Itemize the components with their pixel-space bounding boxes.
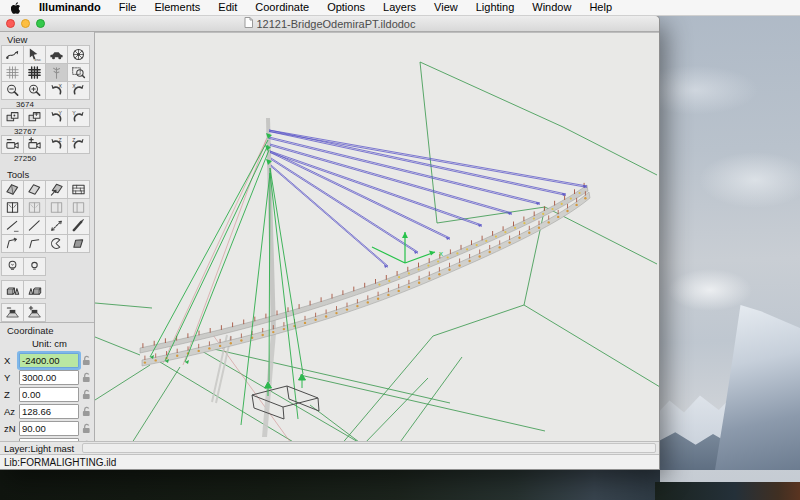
- wallpaper-forest-strip: [0, 470, 660, 500]
- line-icon[interactable]: [23, 216, 46, 235]
- lock-open-icon[interactable]: [82, 355, 91, 366]
- coord-label-Y: Y: [4, 372, 19, 383]
- axis-indicator: x: [372, 232, 443, 263]
- menu-layers[interactable]: Layers: [374, 0, 425, 15]
- menu-help[interactable]: Help: [580, 0, 621, 15]
- pane-dim-icon[interactable]: [23, 198, 46, 217]
- globe-target-icon[interactable]: [67, 45, 90, 64]
- coord-row-X: X: [4, 353, 91, 368]
- lamp-small-icon[interactable]: [23, 257, 46, 276]
- solid-icon[interactable]: [1, 280, 24, 299]
- title-bar[interactable]: 12121-BridgeOdemiraPT.ildodoc: [0, 16, 659, 32]
- rotate-x-cw-icon[interactable]: X: [67, 81, 90, 100]
- surface-plain-icon[interactable]: [23, 180, 46, 199]
- rotate-y-ccw-icon[interactable]: Y: [45, 108, 68, 127]
- walkthrough-icon[interactable]: [1, 45, 24, 64]
- menu-window[interactable]: Window: [523, 0, 580, 15]
- document-proxy-icon[interactable]: [244, 17, 253, 30]
- tools-palette: Tools: [0, 167, 94, 322]
- menu-edit[interactable]: Edit: [209, 0, 246, 15]
- polygon-icon[interactable]: [67, 234, 90, 253]
- solid-alt-icon[interactable]: [23, 280, 46, 299]
- surface-icon[interactable]: [1, 180, 24, 199]
- bridge-deck-near-rail: [142, 192, 590, 366]
- coord-input-X[interactable]: [19, 353, 79, 368]
- menu-file[interactable]: File: [110, 0, 146, 15]
- unit-label: Unit: cm: [0, 337, 94, 351]
- svg-text:Z: Z: [59, 137, 62, 143]
- arc-icon[interactable]: [45, 234, 68, 253]
- menu-elements[interactable]: Elements: [145, 0, 209, 15]
- pen-icon[interactable]: [67, 216, 90, 235]
- view-copy-icon[interactable]: [1, 108, 24, 127]
- stay-cables-green: [150, 140, 303, 425]
- grid-table-icon[interactable]: [67, 180, 90, 199]
- coord-input-zN[interactable]: [19, 421, 79, 436]
- rotate-y-cw-icon[interactable]: Y: [67, 108, 90, 127]
- coord-label-zN: zN: [4, 423, 19, 434]
- pane-left-icon[interactable]: [67, 198, 90, 217]
- lock-open-icon[interactable]: [82, 372, 91, 383]
- menu-lighting[interactable]: Lighting: [467, 0, 524, 15]
- coord-row-Z: Z: [4, 387, 91, 402]
- svg-text:Y: Y: [72, 110, 76, 116]
- coord-row-Az: Az: [4, 404, 91, 419]
- zoom-out-icon[interactable]: [1, 81, 24, 100]
- axis-x-label: x: [439, 249, 443, 258]
- view-palette-label: View: [0, 32, 94, 46]
- layer-status: Layer:Light mast: [0, 443, 74, 454]
- svg-text:esc: esc: [35, 57, 42, 62]
- coord-input-Z[interactable]: [19, 387, 79, 402]
- tree-view-icon[interactable]: [45, 63, 68, 82]
- terrain-wireframe: [95, 62, 659, 441]
- lock-open-icon[interactable]: [82, 389, 91, 400]
- lamp-icon[interactable]: [1, 257, 24, 276]
- library-status-bar: Lib:FORMALIGHTING.ild: [0, 454, 659, 469]
- polyline-arrow-icon[interactable]: [1, 234, 24, 253]
- zoom-button[interactable]: [36, 19, 45, 28]
- rotate-x-ccw-icon[interactable]: X: [45, 81, 68, 100]
- app-window: 12121-BridgeOdemiraPT.ildodoc View escXX…: [0, 15, 660, 470]
- coord-row-zN: zN: [4, 421, 91, 436]
- pointer-esc-icon[interactable]: esc: [23, 45, 46, 64]
- line-dim-icon[interactable]: [1, 216, 24, 235]
- camera-add-icon[interactable]: [23, 135, 46, 154]
- coord-row-Y: Y: [4, 370, 91, 385]
- projector-remove-icon[interactable]: [1, 303, 24, 322]
- view-copy-alt-icon[interactable]: [23, 108, 46, 127]
- bridge-3d-scene: x: [95, 33, 659, 441]
- menu-options[interactable]: Options: [318, 0, 374, 15]
- svg-text:X: X: [72, 83, 76, 89]
- lock-open-icon[interactable]: [82, 406, 91, 417]
- menu-coordinate[interactable]: Coordinate: [246, 0, 318, 15]
- measure-icon[interactable]: [45, 216, 68, 235]
- horizontal-scrollbar[interactable]: [82, 443, 656, 453]
- drive-mode-icon[interactable]: [45, 45, 68, 64]
- grid-icon[interactable]: [1, 63, 24, 82]
- rotate-z-cw-icon[interactable]: Z: [67, 135, 90, 154]
- minimize-button[interactable]: [21, 19, 30, 28]
- zoom-region-icon[interactable]: [67, 63, 90, 82]
- zoom-in-icon[interactable]: [23, 81, 46, 100]
- surface-vector-icon[interactable]: [45, 180, 68, 199]
- close-button[interactable]: [6, 19, 15, 28]
- apple-menu-icon[interactable]: [0, 2, 30, 14]
- pane-icon[interactable]: [1, 198, 24, 217]
- coord-input-Az[interactable]: [19, 404, 79, 419]
- rotate-z-ccw-icon[interactable]: Z: [45, 135, 68, 154]
- menu-view[interactable]: View: [425, 0, 467, 15]
- grid-snap-icon[interactable]: [23, 63, 46, 82]
- svg-text:Y: Y: [59, 110, 63, 116]
- menu-bar: IlluminandoFileElementsEditCoordinateOpt…: [0, 0, 800, 16]
- lock-open-icon[interactable]: [82, 423, 91, 434]
- coord-input-Y[interactable]: [19, 370, 79, 385]
- tool-palette-column: View escXX3674YY32767ZZ27250 Tools Coord…: [0, 32, 95, 441]
- coordinate-panel: Coordinate Unit: cm XYZAzzND: [0, 322, 94, 441]
- polyline-icon[interactable]: [23, 234, 46, 253]
- viewport-canvas[interactable]: x: [95, 32, 659, 441]
- camera-remove-icon[interactable]: [1, 135, 24, 154]
- pane-right-icon[interactable]: [45, 198, 68, 217]
- menu-illuminando[interactable]: Illuminando: [30, 0, 110, 15]
- projector-add-icon[interactable]: [23, 303, 46, 322]
- svg-text:X: X: [59, 83, 63, 89]
